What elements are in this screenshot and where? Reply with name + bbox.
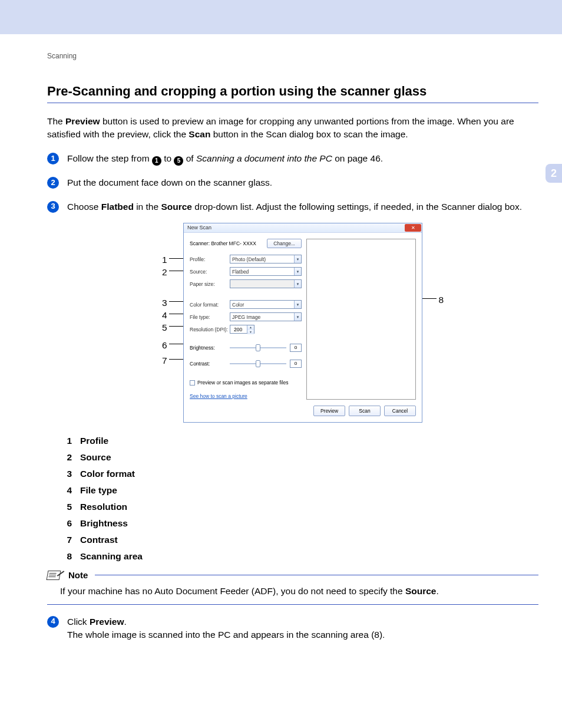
source-label: Source: [190,268,230,275]
step-bullet-4: 4 [47,616,59,628]
contrast-value[interactable]: 0 [290,360,302,368]
step-4: 4 Click Preview. The whole image is scan… [47,615,538,642]
italic-ref: Scanning a document into the PC [196,153,332,163]
callout-line [169,314,183,314]
callout-line [169,326,183,327]
bold-source: Source [161,202,192,212]
callout-5: 5 [162,321,167,334]
text: The [47,116,65,126]
text: The whole image is scanned into the PC a… [67,630,385,640]
callout-4: 4 [162,309,167,322]
text: in the [134,202,161,212]
callout-3: 3 [162,297,167,309]
text: Choose [67,202,101,212]
filetype-label: File type: [190,314,230,321]
callout-line [169,301,183,302]
legend-row-4: 4File type [65,485,538,496]
text: Put the document face down on the scanne… [67,177,272,187]
bold-flatbed: Flatbed [101,202,134,212]
bold-scan: Scan [189,129,210,139]
legend-row-8: 8Scanning area [65,551,538,562]
profile-select[interactable]: Photo (Default)▼ [230,255,302,263]
text: on page 46. [335,153,383,163]
note-rule-bottom [47,604,538,605]
spin-down-icon[interactable]: ▼ [247,330,254,334]
legend-row-6: 6Brightness [65,518,538,529]
chevron-down-icon: ▼ [294,280,301,288]
note-label: Note [68,570,88,580]
callout-line [169,359,183,360]
chapter-tab: 2 [546,164,562,183]
brightness-slider[interactable] [230,347,286,348]
bold-preview: Preview [65,116,100,126]
brightness-value[interactable]: 0 [290,344,302,352]
profile-label: Profile: [190,256,230,263]
chevron-down-icon: ▼ [294,301,301,308]
legend: 1Profile 2Source 3Color format 4File typ… [65,436,538,562]
steps-list-cont: 4 Click Preview. The whole image is scan… [47,615,538,642]
checkbox-label: Preview or scan images as separate files [197,379,289,386]
dialog-figure: 1 2 3 4 5 6 7 8 [67,223,538,423]
source-select[interactable]: Flatbed▼ [230,267,302,276]
dialog-left-pane: Scanner: Brother MFC- XXXX Change... Pro… [190,239,302,400]
note-rule [95,575,538,575]
top-banner [0,0,562,34]
legend-row-2: 2Source [65,452,538,463]
preview-button[interactable]: Preview [313,406,345,416]
close-icon[interactable]: ✕ [405,224,421,232]
inline-circle-5: 5 [174,156,183,166]
callout-6: 6 [162,339,167,352]
legend-row-5: 5Resolution [65,502,538,512]
scan-button[interactable]: Scan [349,406,381,416]
colorformat-label: Color format: [190,301,230,308]
text: button in the Scan dialog box to scan th… [210,129,408,139]
callout-line [169,344,183,344]
steps-list: 1 Follow the step from 1 to 5 of Scannin… [47,152,538,423]
resolution-spinner[interactable]: 200▲▼ [230,325,254,334]
colorformat-select[interactable]: Color▼ [230,300,302,309]
note-block: Note If your machine has no Auto Documen… [47,570,538,604]
note-body: If your machine has no Auto Document Fee… [60,585,538,598]
step-3: 3 Choose Flatbed in the Source drop-down… [47,200,538,423]
title-rule [47,103,538,103]
step-bullet-3: 3 [47,201,59,213]
text: drop-down list. Adjust the following set… [192,202,522,212]
dialog-titlebar: New Scan ✕ [184,223,422,233]
callout-8: 8 [438,294,444,307]
scanning-area[interactable] [306,239,416,400]
contrast-label: Contrast: [190,360,230,367]
help-link[interactable]: See how to scan a picture [190,393,302,400]
step-bullet-2: 2 [47,177,59,189]
callout-7: 7 [162,354,167,367]
page-content: Scanning Pre-Scanning and cropping a por… [0,34,562,728]
callout-line [169,258,183,259]
breadcrumb: Scanning [47,52,538,60]
inline-circle-1: 1 [152,156,161,166]
chevron-down-icon: ▼ [294,268,301,275]
papersize-select: ▼ [230,279,302,288]
change-button[interactable]: Change... [267,239,302,248]
text: to [164,153,174,163]
resolution-label: Resolution (DPI): [190,326,230,333]
page-title: Pre-Scanning and cropping a portion usin… [47,84,538,99]
dialog-title: New Scan [187,224,211,232]
intro-paragraph: The Preview button is used to preview an… [47,115,538,141]
chevron-down-icon: ▼ [294,313,301,321]
separate-files-checkbox[interactable] [190,380,195,386]
brightness-label: Brightness: [190,344,230,351]
spin-up-icon[interactable]: ▲ [247,325,254,330]
text: . [124,617,127,627]
papersize-label: Paper size: [190,281,230,288]
cancel-button[interactable]: Cancel [384,406,416,416]
text: of [186,153,196,163]
filetype-select[interactable]: JPEG Image▼ [230,312,302,321]
contrast-slider[interactable] [230,363,286,364]
step-1: 1 Follow the step from 1 to 5 of Scannin… [47,152,538,166]
step-bullet-1: 1 [47,153,59,164]
callout-line [169,271,183,271]
legend-row-7: 7Contrast [65,535,538,545]
chevron-down-icon: ▼ [294,255,301,263]
callout-2: 2 [162,266,167,279]
callout-1: 1 [162,253,167,266]
step-2: 2 Put the document face down on the scan… [47,176,538,189]
